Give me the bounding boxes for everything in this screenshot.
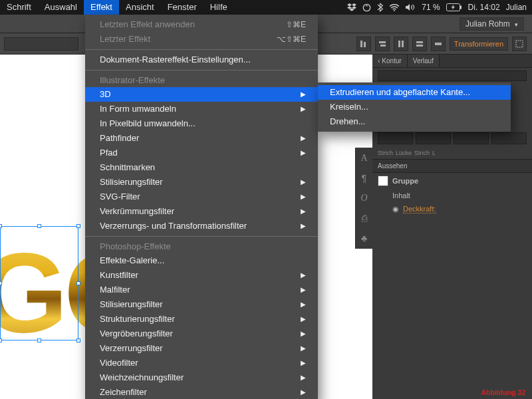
menu-item-label: In Pixelbild umwandeln... — [100, 118, 306, 130]
bluetooth-icon[interactable] — [377, 3, 383, 12]
opentype-panel-icon[interactable]: O — [360, 193, 367, 203]
menu-item[interactable]: Schnittmarken — [85, 160, 318, 175]
submenu-item[interactable]: Kreiseln... — [318, 100, 511, 114]
menu-item-label: Stilisierungsfilter — [100, 299, 295, 311]
menu-item-label: Videofilter — [100, 357, 295, 369]
menu-item[interactable]: In Pixelbild umwandeln... — [85, 116, 318, 131]
account-button[interactable]: Julian Rohm ▾ — [460, 17, 524, 31]
menu-item[interactable]: Zeichenfilter▶ — [85, 385, 318, 399]
selection-handle[interactable] — [37, 338, 41, 342]
chevron-down-icon: ▾ — [515, 21, 518, 28]
menu-item[interactable]: 3D▶ — [85, 87, 318, 102]
menu-item[interactable]: SVG-Filter▶ — [85, 190, 318, 204]
menu-item[interactable]: Verzerrungsfilter▶ — [85, 341, 318, 356]
tab-kontur[interactable]: Kontur — [372, 55, 408, 67]
dash-field[interactable] — [378, 132, 413, 144]
submenu-item[interactable]: Drehen... — [318, 114, 511, 129]
menu-item-last-effect: Letzter Effekt ⌥⇧⌘E — [85, 32, 318, 47]
menu-item[interactable]: Pfad▶ — [85, 146, 318, 160]
transform-button[interactable]: Transformieren — [450, 37, 508, 51]
shortcut-label: ⌥⇧⌘E — [277, 33, 306, 45]
account-name: Julian Rohm — [466, 19, 510, 29]
dash-field[interactable] — [416, 132, 451, 144]
menu-item[interactable]: In Form umwandeln▶ — [85, 102, 318, 116]
eye-icon[interactable]: ◉ — [392, 205, 399, 213]
menu-effekt[interactable]: Effekt — [84, 0, 119, 15]
menu-item[interactable]: Pathfinder▶ — [85, 131, 318, 146]
clock-text[interactable]: Di. 14:02 — [468, 3, 500, 12]
submenu-arrow-icon: ▶ — [301, 328, 306, 340]
svg-rect-3 — [460, 6, 462, 9]
menu-item[interactable]: Strukturierungsfilter▶ — [85, 312, 318, 327]
menu-auswahl[interactable]: Auswahl — [38, 0, 84, 15]
menu-hilfe[interactable]: Hilfe — [203, 0, 234, 15]
mac-menubar: Schrift Auswahl Effekt Ansicht Fenster H… — [0, 0, 532, 15]
selection-box — [0, 226, 78, 340]
battery-icon[interactable] — [446, 3, 462, 11]
submenu-arrow-icon: ▶ — [301, 176, 306, 188]
align-button-2[interactable] — [375, 37, 390, 51]
appearance-tab[interactable]: Aussehen — [372, 159, 532, 173]
menu-item[interactable]: Verzerrungs- und Transformationsfilter▶ — [85, 219, 318, 233]
fill-swatch[interactable] — [378, 176, 388, 186]
selection-handle[interactable] — [76, 281, 80, 285]
submenu-item[interactable]: Extrudieren und abgeflachte Kante... — [318, 85, 511, 100]
type-panel-icon[interactable]: A — [360, 153, 367, 164]
menu-item-label: SVG-Filter — [100, 191, 295, 203]
menu-item[interactable]: Effekte-Galerie... — [85, 253, 318, 268]
dash-field[interactable] — [491, 132, 527, 144]
menu-item-doc-raster[interactable]: Dokument-Rastereffekt-Einstellungen... — [85, 53, 318, 67]
menu-item[interactable]: Vergröberungsfilter▶ — [85, 327, 318, 341]
selection-handle[interactable] — [0, 338, 2, 342]
align-button-1[interactable] — [356, 37, 371, 51]
selection-handle[interactable] — [76, 338, 80, 342]
menu-item[interactable]: Verkrümmungsfilter▶ — [85, 204, 318, 219]
align-button-4[interactable] — [412, 37, 427, 51]
menu-schrift[interactable]: Schrift — [0, 0, 38, 15]
svg-rect-5 — [364, 42, 366, 47]
menu-item-label: Effekte-Galerie... — [100, 255, 306, 267]
menu-fenster[interactable]: Fenster — [161, 0, 203, 15]
align-button-5[interactable] — [431, 37, 446, 51]
volume-icon[interactable] — [406, 3, 416, 11]
submenu-arrow-icon: ▶ — [301, 386, 306, 398]
sync-icon[interactable] — [362, 3, 371, 12]
stroke-weight-field[interactable] — [378, 70, 527, 81]
menu-item-label: Strukturierungsfilter — [100, 313, 295, 325]
usb-icon[interactable]: ⎙ — [362, 213, 367, 223]
dash-field[interactable] — [454, 132, 489, 144]
tab-verlauf[interactable]: Verlauf — [408, 55, 440, 67]
svg-point-1 — [394, 10, 395, 11]
menu-item[interactable]: Stilisierungsfilter▶ — [85, 175, 318, 190]
figure-caption: Abbildung 32 — [481, 388, 526, 396]
selection-handle[interactable] — [76, 224, 80, 228]
menu-item[interactable]: Weichzeichnungsfilter▶ — [85, 370, 318, 385]
menu-item-label: Pfad — [100, 147, 295, 159]
menubar-status: 71 % Di. 14:02 Julian — [342, 3, 532, 12]
toolbar-left-group[interactable] — [4, 37, 78, 51]
svg-rect-10 — [416, 41, 423, 43]
menu-item[interactable]: Malfilter▶ — [85, 283, 318, 297]
selection-handle[interactable] — [0, 224, 2, 228]
align-button-3[interactable] — [394, 37, 408, 51]
submenu-arrow-icon: ▶ — [301, 147, 306, 159]
menu-separator — [85, 49, 318, 50]
user-text[interactable]: Julian — [506, 3, 527, 12]
menu-item[interactable]: Kunstfilter▶ — [85, 268, 318, 283]
menu-ansicht[interactable]: Ansicht — [119, 0, 161, 15]
dropbox-icon[interactable] — [347, 3, 356, 11]
menu-item[interactable]: Videofilter▶ — [85, 356, 318, 370]
menu-item-label: Malfilter — [100, 284, 295, 296]
selection-handle[interactable] — [37, 224, 41, 228]
menu-item[interactable]: Stilisierungsfilter▶ — [85, 297, 318, 312]
selection-handle[interactable] — [0, 281, 2, 285]
club-icon[interactable]: ♣ — [361, 233, 367, 243]
wifi-icon[interactable] — [389, 4, 400, 11]
menu-item-label: Letzter Effekt — [100, 33, 277, 45]
dash-label: Strich — [414, 150, 430, 156]
dash-label: Lücke — [396, 150, 412, 156]
toolbar-extra-button[interactable] — [512, 37, 527, 51]
paragraph-panel-icon[interactable]: ¶ — [362, 173, 367, 184]
opacity-link[interactable]: Deckkraft: — [403, 205, 436, 213]
menu-item-label: Stilisierungsfilter — [100, 176, 295, 188]
